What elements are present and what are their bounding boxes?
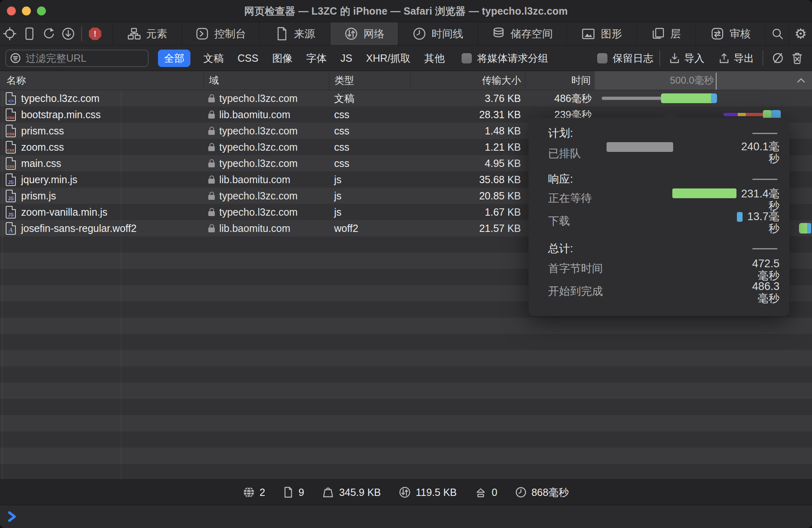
checkbox-icon[interactable] xyxy=(597,53,607,63)
filter-xhr[interactable]: XHR/抓取 xyxy=(365,50,412,67)
waterfall-bar xyxy=(723,113,738,116)
tab-label: 层 xyxy=(670,27,681,41)
group-media-requests-toggle[interactable]: 将媒体请求分组 xyxy=(462,52,548,65)
tab-audit[interactable]: 审核 xyxy=(695,22,765,45)
request-name: josefin-sans-regular.woff2 xyxy=(21,223,136,234)
column-header-type[interactable]: 类型 xyxy=(329,71,410,90)
url-filter-field[interactable] xyxy=(5,50,149,67)
console-prompt-bar[interactable] xyxy=(0,505,812,528)
export-button[interactable]: 导出 xyxy=(718,52,754,65)
waterfall-bar xyxy=(807,223,811,234)
section-rule xyxy=(752,179,777,180)
disable-resource-caching-button[interactable] xyxy=(769,52,787,65)
filter-documents[interactable]: 文稿 xyxy=(203,50,225,67)
table-row xyxy=(0,399,812,415)
lock-icon xyxy=(208,211,215,216)
tab-console[interactable]: 控制台 xyxy=(181,22,259,45)
request-type: woff2 xyxy=(329,220,410,236)
settings-button[interactable]: ⚙ xyxy=(789,22,812,45)
file-type-icon: css xyxy=(6,108,16,121)
request-domain: typecho.l3zc.com xyxy=(219,93,298,104)
tab-network[interactable]: 网络 xyxy=(330,22,398,45)
request-size: 1.67 KB xyxy=(410,204,525,220)
timing-section-response: 响应: xyxy=(548,172,780,186)
preserve-log-toggle[interactable]: 保留日志 xyxy=(597,52,653,65)
download-webarchive-button[interactable] xyxy=(58,22,78,45)
section-title: 响应: xyxy=(548,172,573,186)
waterfall-bar xyxy=(661,93,713,103)
zoom-window-button[interactable] xyxy=(37,6,46,15)
file-type-icon: A xyxy=(6,222,16,235)
device-button[interactable] xyxy=(19,22,39,45)
issues-badge[interactable]: ! xyxy=(85,22,105,45)
table-row xyxy=(0,366,812,383)
tab-graphics[interactable]: 图形 xyxy=(566,22,636,45)
tab-label: 图形 xyxy=(601,27,622,41)
minimize-window-button[interactable] xyxy=(22,6,31,15)
request-size: 1.48 KB xyxy=(410,123,525,139)
layers-icon xyxy=(651,27,665,41)
request-size: 3.76 KB xyxy=(410,90,525,106)
request-name: zoom.css xyxy=(21,141,64,153)
filter-images[interactable]: 图像 xyxy=(271,50,293,67)
reload-page-button[interactable] xyxy=(39,22,58,45)
timing-value-ttfb: 472.5 毫秒 xyxy=(727,258,780,282)
tab-elements[interactable]: 元素 xyxy=(112,22,181,45)
filter-js[interactable]: JS xyxy=(339,50,353,66)
divider xyxy=(659,50,660,66)
url-filter-input[interactable] xyxy=(25,52,144,65)
tab-layers[interactable]: 层 xyxy=(636,22,695,45)
request-type: js xyxy=(329,204,410,220)
request-type: css xyxy=(329,155,410,171)
tab-label: 网络 xyxy=(364,27,385,41)
column-header-domain[interactable]: 域 xyxy=(203,71,329,90)
status-load-time-value: 868毫秒 xyxy=(531,486,569,499)
network-filter-bar: 全部 文稿 CSS 图像 字体 JS XHR/抓取 其他 将媒体请求分组 保留日… xyxy=(0,45,812,71)
request-domain: lib.baomitu.com xyxy=(219,174,290,186)
table-row xyxy=(0,464,812,479)
lock-icon xyxy=(208,179,215,184)
divider xyxy=(762,50,763,66)
request-name: bootstrap.min.css xyxy=(21,109,101,121)
section-title: 总计: xyxy=(548,241,573,256)
filter-other[interactable]: 其他 xyxy=(423,50,445,67)
file-type-icon: css xyxy=(6,141,16,154)
request-domain: lib.baomitu.com xyxy=(219,109,290,121)
timing-label-waiting: 正在等待 xyxy=(548,191,592,206)
timing-value-queued: 240.1毫 秒 xyxy=(727,141,780,165)
request-name-cell: cssbootstrap.min.css xyxy=(0,106,203,123)
tab-sources[interactable]: 来源 xyxy=(259,22,330,45)
close-window-button[interactable] xyxy=(7,6,16,15)
search-button[interactable] xyxy=(765,22,789,45)
waterfall-scale-tick xyxy=(716,73,717,90)
eject-upload-icon xyxy=(475,487,487,498)
filter-all[interactable]: 全部 xyxy=(158,50,190,67)
tab-storage[interactable]: 储存空间 xyxy=(477,22,566,45)
chevron-up-icon[interactable] xyxy=(797,78,806,83)
lock-icon xyxy=(208,97,215,102)
request-type: css xyxy=(329,139,410,155)
request-name: main.css xyxy=(21,158,61,169)
checkbox-icon[interactable] xyxy=(462,53,472,63)
import-button[interactable]: 导入 xyxy=(669,52,704,65)
table-row[interactable]: <>typecho.l3zc.comtypecho.l3zc.com文稿3.76… xyxy=(0,90,812,106)
column-header-name[interactable]: 名称 xyxy=(0,71,203,90)
request-domain-cell: lib.baomitu.com xyxy=(203,106,329,123)
column-header-size[interactable]: 传输大小 xyxy=(410,71,525,90)
status-domains: 2 xyxy=(243,487,265,498)
element-picker-button[interactable] xyxy=(0,22,19,45)
filter-css[interactable]: CSS xyxy=(237,50,259,66)
request-domain: lib.baomitu.com xyxy=(219,223,290,234)
tab-label: 时间线 xyxy=(432,27,463,41)
request-domain-cell: typecho.l3zc.com xyxy=(203,188,329,204)
filter-fonts[interactable]: 字体 xyxy=(305,50,327,67)
column-header-time[interactable]: 时间 xyxy=(525,71,595,90)
status-domains-value: 2 xyxy=(259,487,265,498)
clear-network-items-button[interactable] xyxy=(787,52,807,65)
tab-timelines[interactable]: 时间线 xyxy=(398,22,477,45)
window-title: 网页检查器 — L3ZC 的 iPhone — Safari 浏览器 — typ… xyxy=(244,4,568,18)
web-inspector-window: 网页检查器 — L3ZC 的 iPhone — Safari 浏览器 — typ… xyxy=(0,0,812,528)
column-header-waterfall[interactable]: 500.0毫秒 xyxy=(595,71,812,90)
table-row xyxy=(0,350,812,366)
request-domain: typecho.l3zc.com xyxy=(219,206,298,218)
